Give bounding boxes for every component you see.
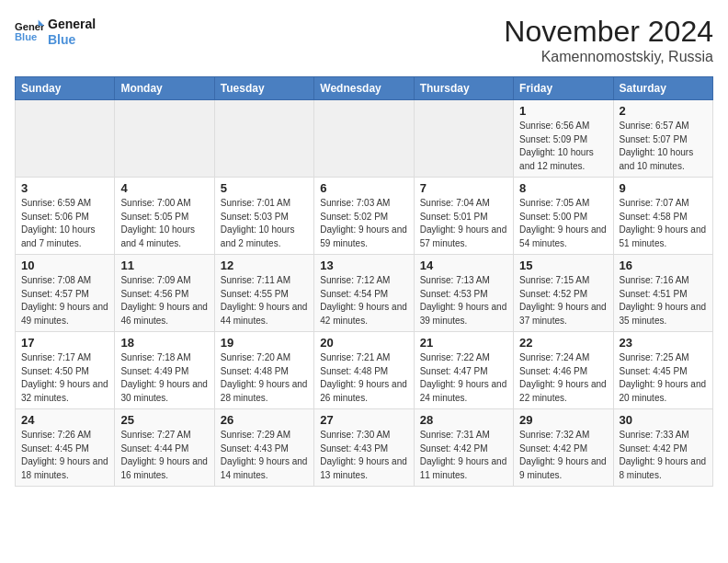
calendar-cell: 5Sunrise: 7:01 AM Sunset: 5:03 PM Daylig… xyxy=(214,178,313,255)
calendar-table: SundayMondayTuesdayWednesdayThursdayFrid… xyxy=(15,76,713,487)
day-info: Sunrise: 7:32 AM Sunset: 4:42 PM Dayligh… xyxy=(519,429,607,482)
day-number: 24 xyxy=(21,413,108,427)
location-text: Kamennomostskiy, Russia xyxy=(504,49,713,65)
svg-text:Blue: Blue xyxy=(15,31,37,42)
calendar-week-row: 1Sunrise: 6:56 AM Sunset: 5:09 PM Daylig… xyxy=(16,100,713,178)
day-info: Sunrise: 7:01 AM Sunset: 5:03 PM Dayligh… xyxy=(221,197,308,250)
day-info: Sunrise: 7:05 AM Sunset: 5:00 PM Dayligh… xyxy=(519,197,607,250)
calendar-cell: 8Sunrise: 7:05 AM Sunset: 5:00 PM Daylig… xyxy=(514,178,613,255)
calendar-cell xyxy=(314,100,414,178)
day-info: Sunrise: 7:26 AM Sunset: 4:45 PM Dayligh… xyxy=(21,429,108,482)
calendar-cell: 28Sunrise: 7:31 AM Sunset: 4:42 PM Dayli… xyxy=(414,409,513,487)
day-number: 15 xyxy=(519,259,607,272)
day-number: 22 xyxy=(519,336,607,350)
day-number: 29 xyxy=(519,413,607,427)
calendar-cell: 16Sunrise: 7:16 AM Sunset: 4:51 PM Dayli… xyxy=(613,255,712,332)
day-number: 20 xyxy=(320,336,407,350)
calendar-cell: 15Sunrise: 7:15 AM Sunset: 4:52 PM Dayli… xyxy=(514,255,613,332)
weekday-header-wednesday: Wednesday xyxy=(314,77,414,100)
day-info: Sunrise: 7:15 AM Sunset: 4:52 PM Dayligh… xyxy=(519,274,607,327)
calendar-cell: 1Sunrise: 6:56 AM Sunset: 5:09 PM Daylig… xyxy=(514,100,613,178)
calendar-cell: 29Sunrise: 7:32 AM Sunset: 4:42 PM Dayli… xyxy=(514,409,613,487)
calendar-cell: 13Sunrise: 7:12 AM Sunset: 4:54 PM Dayli… xyxy=(314,255,414,332)
calendar-cell xyxy=(16,100,115,178)
day-info: Sunrise: 6:59 AM Sunset: 5:06 PM Dayligh… xyxy=(21,197,108,250)
day-number: 11 xyxy=(120,259,208,272)
calendar-cell xyxy=(414,100,513,178)
logo: General Blue General Blue xyxy=(15,15,96,48)
page-header: General Blue General Blue November 2024 … xyxy=(15,15,713,65)
day-number: 9 xyxy=(620,181,707,195)
day-info: Sunrise: 7:07 AM Sunset: 4:58 PM Dayligh… xyxy=(620,197,707,250)
day-number: 13 xyxy=(320,259,407,272)
weekday-header-saturday: Saturday xyxy=(613,77,712,100)
day-number: 21 xyxy=(420,336,507,350)
calendar-cell: 20Sunrise: 7:21 AM Sunset: 4:48 PM Dayli… xyxy=(314,332,414,409)
day-info: Sunrise: 7:18 AM Sunset: 4:49 PM Dayligh… xyxy=(120,351,208,405)
day-info: Sunrise: 7:30 AM Sunset: 4:43 PM Dayligh… xyxy=(320,429,407,482)
day-number: 5 xyxy=(221,181,308,195)
calendar-week-row: 3Sunrise: 6:59 AM Sunset: 5:06 PM Daylig… xyxy=(16,178,713,255)
day-info: Sunrise: 7:09 AM Sunset: 4:56 PM Dayligh… xyxy=(120,274,208,327)
day-number: 6 xyxy=(320,181,407,195)
calendar-cell: 2Sunrise: 6:57 AM Sunset: 5:07 PM Daylig… xyxy=(613,100,712,178)
weekday-header-friday: Friday xyxy=(514,77,613,100)
calendar-cell: 11Sunrise: 7:09 AM Sunset: 4:56 PM Dayli… xyxy=(115,255,214,332)
day-info: Sunrise: 7:00 AM Sunset: 5:05 PM Dayligh… xyxy=(120,197,208,250)
day-info: Sunrise: 7:08 AM Sunset: 4:57 PM Dayligh… xyxy=(21,274,108,327)
calendar-week-row: 24Sunrise: 7:26 AM Sunset: 4:45 PM Dayli… xyxy=(16,409,713,487)
calendar-cell: 10Sunrise: 7:08 AM Sunset: 4:57 PM Dayli… xyxy=(16,255,115,332)
logo-general-text: General xyxy=(48,17,96,32)
calendar-cell: 9Sunrise: 7:07 AM Sunset: 4:58 PM Daylig… xyxy=(613,178,712,255)
calendar-cell xyxy=(115,100,214,178)
day-number: 2 xyxy=(620,104,707,118)
day-info: Sunrise: 7:29 AM Sunset: 4:43 PM Dayligh… xyxy=(221,429,308,482)
calendar-cell: 27Sunrise: 7:30 AM Sunset: 4:43 PM Dayli… xyxy=(314,409,414,487)
calendar-cell: 21Sunrise: 7:22 AM Sunset: 4:47 PM Dayli… xyxy=(414,332,513,409)
day-info: Sunrise: 7:12 AM Sunset: 4:54 PM Dayligh… xyxy=(320,274,407,327)
day-info: Sunrise: 7:25 AM Sunset: 4:45 PM Dayligh… xyxy=(620,351,707,405)
day-number: 25 xyxy=(120,413,208,427)
calendar-cell: 18Sunrise: 7:18 AM Sunset: 4:49 PM Dayli… xyxy=(115,332,214,409)
weekday-header-row: SundayMondayTuesdayWednesdayThursdayFrid… xyxy=(16,77,713,100)
calendar-cell: 12Sunrise: 7:11 AM Sunset: 4:55 PM Dayli… xyxy=(214,255,313,332)
day-info: Sunrise: 7:27 AM Sunset: 4:44 PM Dayligh… xyxy=(120,429,208,482)
day-number: 28 xyxy=(420,413,507,427)
calendar-cell: 26Sunrise: 7:29 AM Sunset: 4:43 PM Dayli… xyxy=(214,409,313,487)
calendar-cell: 23Sunrise: 7:25 AM Sunset: 4:45 PM Dayli… xyxy=(613,332,712,409)
calendar-week-row: 17Sunrise: 7:17 AM Sunset: 4:50 PM Dayli… xyxy=(16,332,713,409)
day-number: 1 xyxy=(519,104,607,118)
weekday-header-thursday: Thursday xyxy=(414,77,513,100)
calendar-cell: 14Sunrise: 7:13 AM Sunset: 4:53 PM Dayli… xyxy=(414,255,513,332)
day-info: Sunrise: 7:16 AM Sunset: 4:51 PM Dayligh… xyxy=(620,274,707,327)
day-info: Sunrise: 7:03 AM Sunset: 5:02 PM Dayligh… xyxy=(320,197,407,250)
day-number: 18 xyxy=(120,336,208,350)
calendar-cell xyxy=(214,100,313,178)
day-info: Sunrise: 7:33 AM Sunset: 4:42 PM Dayligh… xyxy=(620,429,707,482)
day-info: Sunrise: 7:17 AM Sunset: 4:50 PM Dayligh… xyxy=(21,351,108,405)
day-info: Sunrise: 7:24 AM Sunset: 4:46 PM Dayligh… xyxy=(519,351,607,405)
day-number: 14 xyxy=(420,259,507,272)
day-number: 3 xyxy=(21,181,108,195)
calendar-cell: 4Sunrise: 7:00 AM Sunset: 5:05 PM Daylig… xyxy=(115,178,214,255)
calendar-cell: 25Sunrise: 7:27 AM Sunset: 4:44 PM Dayli… xyxy=(115,409,214,487)
calendar-cell: 3Sunrise: 6:59 AM Sunset: 5:06 PM Daylig… xyxy=(16,178,115,255)
weekday-header-tuesday: Tuesday xyxy=(214,77,313,100)
day-info: Sunrise: 7:22 AM Sunset: 4:47 PM Dayligh… xyxy=(420,351,507,405)
day-info: Sunrise: 6:57 AM Sunset: 5:07 PM Dayligh… xyxy=(620,120,707,173)
calendar-cell: 6Sunrise: 7:03 AM Sunset: 5:02 PM Daylig… xyxy=(314,178,414,255)
calendar-cell: 7Sunrise: 7:04 AM Sunset: 5:01 PM Daylig… xyxy=(414,178,513,255)
day-info: Sunrise: 7:20 AM Sunset: 4:48 PM Dayligh… xyxy=(221,351,308,405)
day-info: Sunrise: 7:21 AM Sunset: 4:48 PM Dayligh… xyxy=(320,351,407,405)
calendar-body: 1Sunrise: 6:56 AM Sunset: 5:09 PM Daylig… xyxy=(16,100,713,487)
weekday-header-monday: Monday xyxy=(115,77,214,100)
calendar-week-row: 10Sunrise: 7:08 AM Sunset: 4:57 PM Dayli… xyxy=(16,255,713,332)
day-number: 16 xyxy=(620,259,707,272)
logo-icon: General Blue xyxy=(15,18,44,44)
day-number: 19 xyxy=(221,336,308,350)
weekday-header-sunday: Sunday xyxy=(16,77,115,100)
month-title: November 2024 xyxy=(504,15,713,49)
day-number: 4 xyxy=(120,181,208,195)
logo-blue-text: Blue xyxy=(48,32,96,48)
calendar-header: SundayMondayTuesdayWednesdayThursdayFrid… xyxy=(16,77,713,100)
